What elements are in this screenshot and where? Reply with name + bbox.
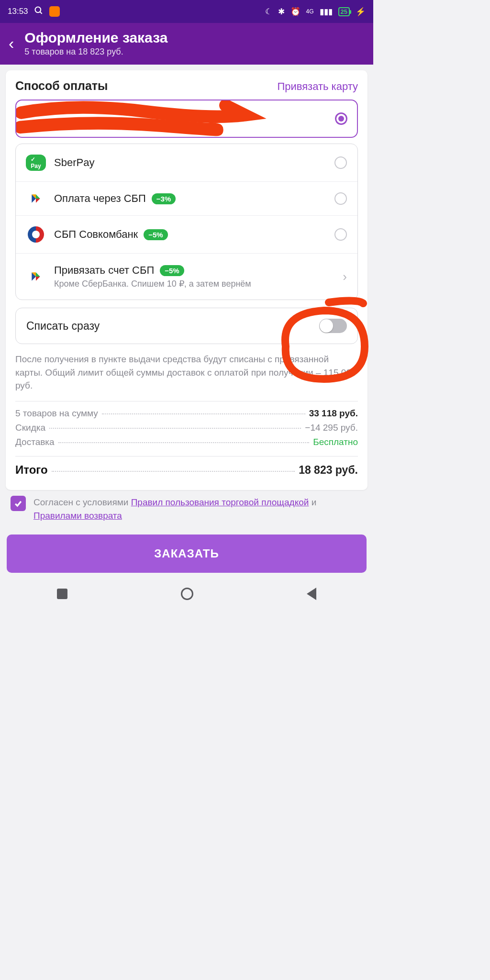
app-icon bbox=[49, 6, 60, 17]
status-time: 13:53 bbox=[8, 7, 28, 16]
svg-marker-7 bbox=[36, 272, 40, 277]
nav-back-button[interactable] bbox=[307, 588, 316, 600]
svg-point-0 bbox=[35, 7, 41, 12]
option-label: СБП Совкомбанк bbox=[54, 228, 138, 241]
option-label: SberPay bbox=[54, 156, 94, 169]
section-title: Способ оплаты bbox=[15, 79, 108, 93]
payment-options-list: ✓ Pay SberPay Оплата через СБП−3% СБП Со… bbox=[15, 144, 358, 300]
redaction-annotation bbox=[16, 100, 357, 138]
svg-marker-3 bbox=[36, 194, 40, 199]
bluetooth-icon: ✱ bbox=[278, 7, 285, 17]
payment-option-sbp[interactable]: Оплата через СБП−3% bbox=[16, 181, 357, 215]
svg-marker-8 bbox=[36, 277, 40, 281]
charge-now-toggle-row: Списать сразу bbox=[15, 308, 358, 344]
chevron-right-icon: › bbox=[343, 269, 347, 284]
network-label: 4G bbox=[306, 8, 314, 15]
terms-checkbox[interactable] bbox=[11, 496, 26, 511]
discount-badge: −5% bbox=[160, 265, 184, 276]
nav-recents-button[interactable] bbox=[57, 589, 67, 599]
payment-card: Способ оплаты Привязать карту ✓ Pay Sber… bbox=[6, 70, 368, 490]
page-title: Оформление заказа bbox=[24, 30, 167, 46]
summary-items-row: 5 товаров на сумму33 118 руб. bbox=[15, 408, 358, 419]
status-bar: 13:53 ☾ ✱ ⏰ 4G ▮▮▮ 25 ⚡ bbox=[0, 0, 373, 23]
option-label: Привязать счет СБП bbox=[54, 264, 154, 277]
dnd-icon: ☾ bbox=[265, 7, 272, 17]
payment-option-link-sbp[interactable]: Привязать счет СБП−5% Кроме СберБанка. С… bbox=[16, 253, 357, 300]
sberpay-icon: ✓ Pay bbox=[26, 155, 45, 171]
back-button[interactable]: ‹ bbox=[9, 34, 14, 53]
option-sublabel: Кроме СберБанка. Спишем 10 ₽, а затем ве… bbox=[54, 278, 334, 289]
terms-link-rules[interactable]: Правил пользования торговой площадкой bbox=[131, 497, 309, 507]
radio-off-icon bbox=[334, 228, 347, 241]
signal-icon: ▮▮▮ bbox=[320, 7, 333, 17]
summary-discount-row: Скидка−14 295 руб. bbox=[15, 423, 358, 433]
charging-icon: ⚡ bbox=[356, 7, 366, 17]
charge-now-toggle[interactable] bbox=[319, 319, 347, 333]
order-button[interactable]: ЗАКАЗАТЬ bbox=[7, 535, 367, 573]
alarm-icon: ⏰ bbox=[290, 7, 301, 17]
summary-delivery-row: ДоставкаБесплатно bbox=[15, 437, 358, 447]
option-label: Оплата через СБП bbox=[54, 192, 146, 205]
payment-option-sovcombank[interactable]: СБП Совкомбанк−5% bbox=[16, 215, 357, 253]
payment-option-selected[interactable] bbox=[15, 100, 358, 138]
svg-marker-4 bbox=[36, 199, 40, 203]
sbp-icon bbox=[30, 192, 42, 205]
payment-option-sberpay[interactable]: ✓ Pay SberPay bbox=[16, 144, 357, 181]
summary-total-row: Итого18 823 руб. bbox=[15, 463, 358, 477]
terms-text: Согласен с условиями Правил пользования … bbox=[33, 496, 363, 523]
info-text: После получения в пункте выдачи средства… bbox=[15, 353, 358, 392]
sovcombank-icon bbox=[28, 226, 44, 243]
link-card-action[interactable]: Привязать карту bbox=[277, 80, 358, 93]
radio-selected-icon bbox=[335, 112, 347, 125]
sbp-icon bbox=[30, 270, 42, 283]
nav-home-button[interactable] bbox=[181, 588, 193, 600]
radio-off-icon bbox=[334, 156, 347, 169]
toggle-label: Списать сразу bbox=[26, 320, 100, 333]
battery-indicator: 25 bbox=[338, 7, 350, 16]
app-header: ‹ Оформление заказа 5 товаров на 18 823 … bbox=[0, 23, 373, 65]
search-icon bbox=[34, 6, 44, 18]
discount-badge: −3% bbox=[152, 193, 176, 204]
terms-agreement-row: Согласен с условиями Правил пользования … bbox=[11, 496, 363, 523]
svg-line-1 bbox=[40, 11, 42, 13]
system-nav-bar bbox=[0, 580, 373, 607]
page-subtitle: 5 товаров на 18 823 руб. bbox=[24, 47, 167, 57]
radio-off-icon bbox=[334, 192, 347, 205]
terms-link-returns[interactable]: Правилами возврата bbox=[33, 511, 122, 521]
discount-badge: −5% bbox=[144, 229, 167, 240]
